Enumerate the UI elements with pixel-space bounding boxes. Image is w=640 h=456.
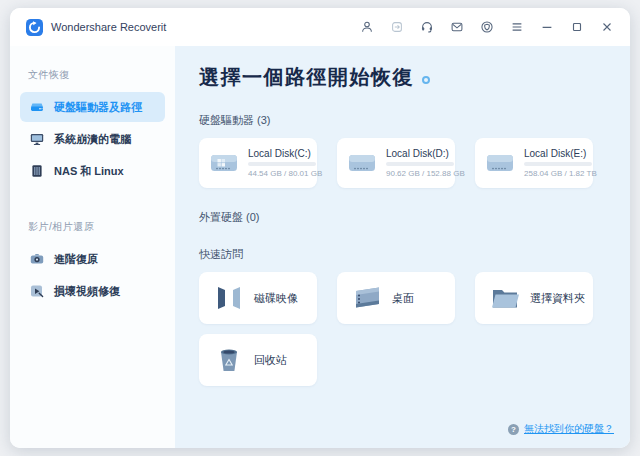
drive-usage-bar — [386, 162, 454, 166]
drive-name: Local Disk(E:) — [524, 148, 583, 159]
drive-card-e[interactable]: Local Disk(E:) 258.04 GB / 1.82 TB — [475, 138, 593, 188]
drive-usage-bar — [524, 162, 592, 166]
sidebar-item-nas-linux[interactable]: NAS 和 Linux — [20, 156, 165, 186]
camera-icon — [29, 251, 45, 267]
sidebar-item-crashed-computer[interactable]: 系統崩潰的電腦 — [20, 124, 165, 154]
quick-access-section-label: 快速訪問 — [199, 247, 606, 262]
quick-card-recycle-bin[interactable]: 回收站 — [199, 334, 317, 386]
menu-list-icon[interactable] — [509, 20, 524, 35]
nas-server-icon — [29, 163, 45, 179]
sidebar-item-enhanced-recovery[interactable]: 進階復原 — [20, 244, 165, 274]
windows-drive-icon — [209, 150, 239, 176]
drive-usage-text: 44.54 GB / 80.01 GB — [248, 169, 307, 178]
info-icon[interactable] — [422, 76, 430, 84]
external-section-label: 外置硬盤 (0) — [199, 210, 606, 225]
sidebar-item-video-repair[interactable]: 損壞視頻修復 — [20, 276, 165, 306]
sidebar-item-label: 進階復原 — [54, 254, 98, 265]
drive-name: Local Disk(C:) — [248, 148, 307, 159]
sign-in-icon[interactable] — [389, 20, 404, 35]
quick-card-label: 選擇資料夾 — [530, 291, 585, 306]
user-account-icon[interactable] — [359, 20, 374, 35]
quick-card-select-folder[interactable]: 選擇資料夾 — [475, 272, 593, 324]
drive-card-c[interactable]: Local Disk(C:) 44.54 GB / 80.01 GB — [199, 138, 317, 188]
quick-card-label: 磁碟映像 — [254, 291, 298, 306]
page-title: 選擇一個路徑開始恢復 — [199, 64, 606, 91]
hdd-section-label: 硬盤驅動器 (3) — [199, 113, 606, 128]
hard-drive-icon — [29, 99, 45, 115]
crashed-computer-icon — [29, 131, 45, 147]
folder-icon — [489, 283, 521, 313]
sidebar-item-label: 系統崩潰的電腦 — [54, 134, 131, 145]
cant-find-drive-link[interactable]: ? 無法找到你的硬盤？ — [508, 422, 614, 436]
quick-card-label: 回收站 — [254, 353, 287, 368]
sidebar-item-hard-drives[interactable]: 硬盤驅動器及路徑 — [20, 92, 165, 122]
mail-feedback-icon[interactable] — [449, 20, 464, 35]
sidebar-item-label: 損壞視頻修復 — [54, 286, 120, 297]
sidebar-section-photo-video-repair: 影片/相片還原 — [10, 214, 175, 242]
hdd-cards-row: Local Disk(C:) 44.54 GB / 80.01 GB Local… — [199, 138, 606, 188]
main-panel: 選擇一個路徑開始恢復 硬盤驅動器 (3) Local Disk(C:) 44.5… — [175, 46, 630, 448]
drive-icon — [485, 150, 515, 176]
app-window: Wondershare Recoverit — [10, 8, 630, 448]
drive-usage-text: 90.62 GB / 152.88 GB — [386, 169, 445, 178]
disk-image-icon — [213, 283, 245, 313]
close-button[interactable] — [599, 20, 614, 35]
quick-card-label: 桌面 — [392, 291, 414, 306]
sidebar: 文件恢復 硬盤驅動器及路徑 系統崩潰的電腦 NAS 和 Linux — [10, 46, 175, 448]
quick-card-desktop[interactable]: 桌面 — [337, 272, 455, 324]
recoverit-logo-icon — [26, 19, 43, 36]
drive-card-d[interactable]: Local Disk(D:) 90.62 GB / 152.88 GB — [337, 138, 455, 188]
quick-access-row-1: 磁碟映像 桌面 選擇資料夾 — [199, 272, 606, 324]
cant-find-drive-link-text[interactable]: 無法找到你的硬盤？ — [524, 422, 614, 436]
question-icon: ? — [508, 424, 519, 435]
recycle-bin-icon — [213, 345, 245, 375]
app-title: Wondershare Recoverit — [51, 21, 166, 33]
quick-access-row-2: 回收站 — [199, 334, 606, 386]
maximize-button[interactable] — [569, 20, 584, 35]
sidebar-item-label: 硬盤驅動器及路徑 — [54, 102, 142, 113]
video-repair-icon — [29, 283, 45, 299]
sidebar-section-file-recovery: 文件恢復 — [10, 62, 175, 90]
drive-usage-bar — [248, 162, 316, 166]
minimize-button[interactable] — [539, 20, 554, 35]
sidebar-item-label: NAS 和 Linux — [54, 166, 124, 177]
drive-name: Local Disk(D:) — [386, 148, 445, 159]
desktop-icon — [351, 283, 383, 313]
quick-card-disk-image[interactable]: 磁碟映像 — [199, 272, 317, 324]
drive-usage-text: 258.04 GB / 1.82 TB — [524, 169, 583, 178]
drive-icon — [347, 150, 377, 176]
guarantee-shield-icon[interactable] — [479, 20, 494, 35]
page-title-text: 選擇一個路徑開始恢復 — [199, 64, 414, 91]
support-headset-icon[interactable] — [419, 20, 434, 35]
titlebar: Wondershare Recoverit — [10, 8, 630, 46]
